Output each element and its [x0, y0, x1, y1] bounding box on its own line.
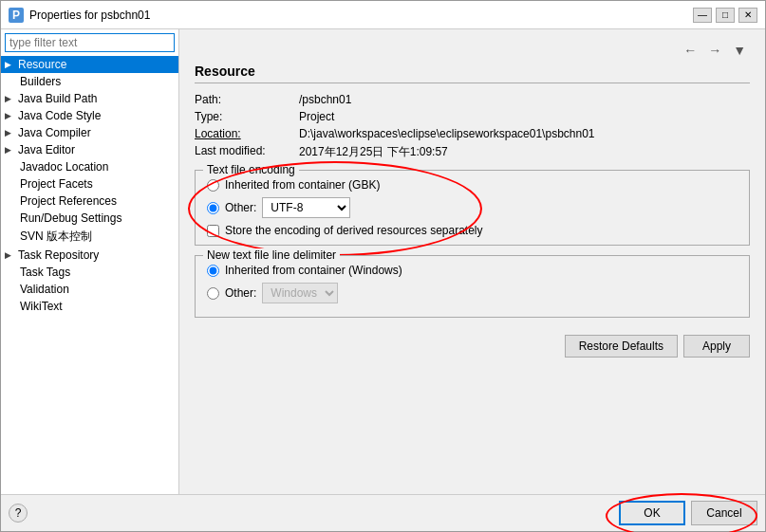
dialog-body: ▶ Resource Builders ▶ Java Build Path ▶ … — [1, 29, 765, 494]
maximize-button[interactable]: □ — [716, 8, 735, 23]
tree-label-task-tags: Task Tags — [20, 266, 70, 279]
tree-item-java-compiler[interactable]: ▶ Java Compiler — [1, 124, 178, 141]
modified-row: Last modified: 2017年12月25日 下午1:09:57 — [195, 144, 750, 160]
back-button[interactable]: ← — [680, 41, 701, 60]
tree-item-task-repository[interactable]: ▶ Task Repository — [1, 247, 178, 264]
ok-button[interactable]: OK — [619, 501, 685, 525]
tree-item-task-tags[interactable]: Task Tags — [1, 264, 178, 281]
help-button[interactable]: ? — [9, 504, 28, 523]
tree-label-project-facets: Project Facets — [20, 177, 93, 191]
close-button[interactable]: ✕ — [738, 8, 757, 23]
left-panel: ▶ Resource Builders ▶ Java Build Path ▶ … — [1, 29, 179, 494]
location-row: Location: D:\java\workspaces\eclipse\ecl… — [195, 127, 750, 140]
delimiter-inherited-radio[interactable] — [207, 265, 219, 277]
encoding-store-checkbox[interactable] — [207, 225, 219, 237]
right-panel: ← → ▼ Resource Path: /psbchn01 Type: Pro… — [179, 29, 765, 494]
tree-label-wikitext: WikiText — [20, 300, 63, 313]
tree-label-java-editor: Java Editor — [18, 143, 75, 156]
tree-label-resource: Resource — [18, 58, 66, 71]
tree-label-java-code-style: Java Code Style — [18, 109, 101, 122]
tree-label-java-build-path: Java Build Path — [18, 92, 97, 105]
restore-defaults-button[interactable]: Restore Defaults — [565, 335, 678, 358]
filter-input[interactable] — [5, 33, 175, 52]
section-title: Resource — [195, 64, 750, 83]
tree-label-validation: Validation — [20, 283, 69, 296]
tree-label-task-repository: Task Repository — [18, 248, 99, 262]
type-row: Type: Project — [195, 110, 750, 123]
encoding-inherited-label: Inherited from container (GBK) — [225, 178, 380, 192]
type-label: Type: — [195, 110, 299, 123]
tree-arrow-java-build-path: ▶ — [5, 94, 14, 103]
tree-item-builders[interactable]: Builders — [1, 73, 178, 90]
tree-arrow-task-repository: ▶ — [5, 250, 14, 260]
tree-area: ▶ Resource Builders ▶ Java Build Path ▶ … — [1, 56, 178, 494]
tree-arrow-java-code-style: ▶ — [5, 111, 14, 120]
delimiter-legend: New text file line delimiter — [203, 248, 340, 262]
encoding-other-row: Other: UTF-8 GBK ISO-8859-1 — [207, 197, 738, 218]
location-value: D:\java\workspaces\eclipse\eclipseworksp… — [299, 127, 750, 140]
encoding-group: Text file encoding Inherited from contai… — [195, 170, 750, 246]
tree-item-validation[interactable]: Validation — [1, 281, 178, 298]
encoding-other-label: Other: — [225, 201, 256, 214]
tree-item-resource[interactable]: ▶ Resource — [1, 56, 178, 73]
tree-arrow-java-compiler: ▶ — [5, 128, 14, 138]
tree-item-java-code-style[interactable]: ▶ Java Code Style — [1, 107, 178, 124]
dialog-icon: P — [9, 8, 24, 23]
tree-item-run-debug[interactable]: Run/Debug Settings — [1, 210, 178, 227]
dropdown-button[interactable]: ▼ — [729, 41, 750, 60]
path-label: Path: — [195, 93, 299, 106]
tree-label-project-references: Project References — [20, 194, 117, 208]
restore-apply-bar: Restore Defaults Apply — [195, 327, 750, 358]
tree-item-svn[interactable]: SVN 版本控制 — [1, 227, 178, 247]
encoding-legend: Text file encoding — [203, 163, 299, 176]
modified-label: Last modified: — [195, 144, 299, 157]
tree-item-javadoc[interactable]: Javadoc Location — [1, 158, 178, 175]
encoding-inherited-row: Inherited from container (GBK) — [207, 178, 738, 192]
title-bar: P Properties for psbchn01 — □ ✕ — [1, 1, 765, 29]
encoding-store-label: Store the encoding of derived resources … — [225, 224, 483, 237]
location-label: Location: — [195, 127, 299, 140]
resource-toolbar: ← → ▼ — [195, 41, 750, 60]
apply-button[interactable]: Apply — [683, 335, 750, 358]
forward-button[interactable]: → — [704, 41, 725, 60]
tree-label-svn: SVN 版本控制 — [20, 229, 92, 245]
delimiter-other-row: Other: Windows Unix Mac — [207, 283, 738, 303]
tree-item-wikitext[interactable]: WikiText — [1, 298, 178, 315]
properties-dialog: P Properties for psbchn01 — □ ✕ ▶ Resour… — [0, 0, 766, 532]
path-value: /psbchn01 — [299, 93, 750, 106]
delimiter-inherited-label: Inherited from container (Windows) — [225, 264, 402, 277]
encoding-select[interactable]: UTF-8 GBK ISO-8859-1 — [262, 197, 350, 218]
tree-label-java-compiler: Java Compiler — [18, 126, 91, 139]
delimiter-select[interactable]: Windows Unix Mac — [262, 283, 338, 303]
tree-label-builders: Builders — [20, 75, 61, 88]
delimiter-other-radio[interactable] — [207, 287, 219, 300]
encoding-inherited-radio[interactable] — [207, 179, 219, 192]
tree-item-java-editor[interactable]: ▶ Java Editor — [1, 141, 178, 158]
modified-value: 2017年12月25日 下午1:09:57 — [299, 144, 750, 160]
tree-arrow-java-editor: ▶ — [5, 145, 14, 155]
delimiter-other-label: Other: — [225, 286, 256, 300]
encoding-other-radio[interactable] — [207, 202, 219, 214]
tree-label-run-debug: Run/Debug Settings — [20, 211, 121, 225]
type-value: Project — [299, 110, 750, 123]
tree-item-project-references[interactable]: Project References — [1, 193, 178, 210]
dialog-bottom: ? OK Cancel — [1, 494, 765, 531]
tree-item-project-facets[interactable]: Project Facets — [1, 175, 178, 193]
title-controls: — □ ✕ — [693, 8, 757, 23]
dialog-title: Properties for psbchn01 — [29, 9, 150, 22]
delimiter-group: New text file line delimiter Inherited f… — [195, 255, 750, 318]
minimize-button[interactable]: — — [693, 8, 712, 23]
ok-cancel-area: OK Cancel — [619, 501, 757, 525]
encoding-store-row: Store the encoding of derived resources … — [207, 224, 738, 237]
title-bar-left: P Properties for psbchn01 — [9, 8, 150, 23]
path-row: Path: /psbchn01 — [195, 93, 750, 106]
tree-label-javadoc: Javadoc Location — [20, 160, 108, 174]
cancel-button[interactable]: Cancel — [691, 501, 757, 525]
delimiter-inherited-row: Inherited from container (Windows) — [207, 264, 738, 277]
tree-arrow-resource: ▶ — [5, 60, 14, 69]
tree-item-java-build-path[interactable]: ▶ Java Build Path — [1, 90, 178, 107]
